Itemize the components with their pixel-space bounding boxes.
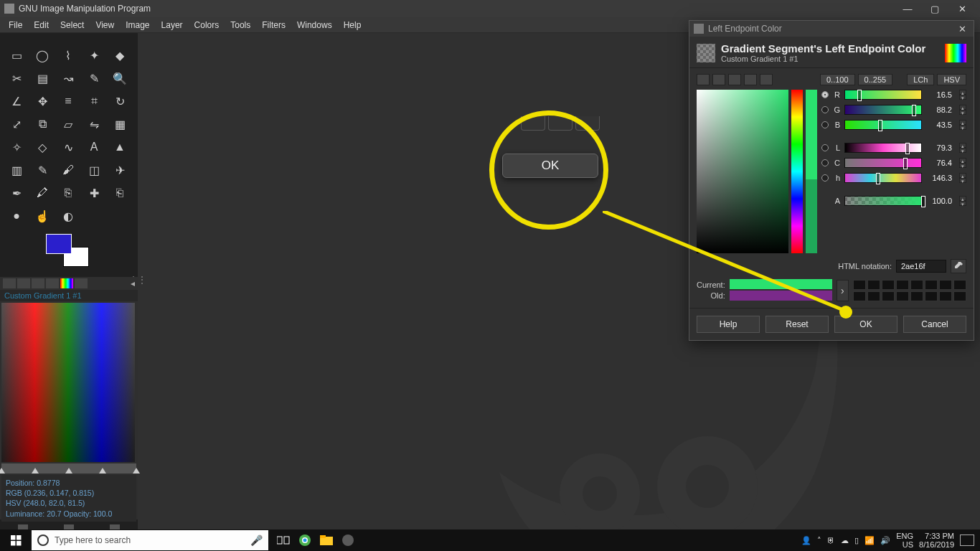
menu-layer[interactable]: Layer [156,20,189,30]
task-view-button[interactable] [273,529,294,551]
palette-cell[interactable] [867,280,880,290]
channel-C-slider[interactable] [844,158,922,168]
tool-foreground-select[interactable]: ▤ [30,67,55,89]
taskbar-app-gimp[interactable] [337,529,359,551]
palette-expand-button[interactable]: › [837,280,849,301]
palette-cell[interactable] [939,291,952,301]
tool-fuzzy-select[interactable]: ✦ [82,44,106,66]
tool-airbrush[interactable]: ✈ [108,159,132,181]
menu-edit[interactable]: Edit [28,20,55,30]
channel-h-spinner[interactable]: ▴▾ [959,173,966,183]
menu-select[interactable]: Select [55,20,90,30]
menu-file[interactable]: File [3,20,28,30]
menu-tools[interactable]: Tools [225,20,256,30]
dock-tab-icon[interactable] [17,278,30,288]
tool-color-select[interactable]: ◆ [108,44,132,66]
tool-paintbrush[interactable]: 🖌 [56,159,80,181]
tool-measure[interactable]: ∠ [4,90,29,112]
dock-tab-icon[interactable] [32,278,44,288]
model-lch-button[interactable]: LCh [907,74,934,85]
tray-language[interactable]: ENGUS [896,532,913,549]
channel-R-radio[interactable] [821,91,829,98]
current-color-bar[interactable] [730,279,832,289]
tool-unified-transform[interactable]: ✧ [4,136,29,158]
tool-gradient[interactable]: ▥ [4,159,29,181]
menu-windows[interactable]: Windows [291,20,338,30]
start-button[interactable] [0,529,32,551]
tool-blur[interactable]: ● [4,205,29,227]
picker-tab-icon[interactable] [744,74,757,85]
tray-volume-icon[interactable]: 🔊 [880,536,890,545]
fg-bg-swatches[interactable] [46,234,89,267]
dock-tab-icon[interactable] [75,278,88,288]
tray-people-icon[interactable]: 👤 [801,536,811,545]
taskbar-app-chrome[interactable] [294,529,316,551]
tool-ink[interactable]: ✒ [4,182,29,204]
palette-cell[interactable] [867,291,880,301]
palette-cell[interactable] [896,291,909,301]
palette-cell[interactable] [882,291,895,301]
tray-cloud-icon[interactable]: ☁ [841,536,849,545]
palette-cell[interactable] [925,280,938,290]
channel-B-slider[interactable] [844,120,922,130]
tool-eraser[interactable]: ◫ [82,159,106,181]
tool-scissors[interactable]: ✂ [4,67,29,89]
channel-R-spinner[interactable]: ▴▾ [959,90,966,100]
menu-help[interactable]: Help [338,20,367,30]
palette-cell[interactable] [882,280,895,290]
palette-cell[interactable] [925,291,938,301]
dock-tab-gradients-icon[interactable] [60,278,73,288]
channel-R-slider[interactable] [844,90,922,100]
tool-scale[interactable]: ⤢ [4,113,29,135]
hue-strip[interactable] [791,90,803,253]
range-0-255-button[interactable]: 0..255 [858,74,893,85]
tool-magnify[interactable]: 🔍 [108,67,132,89]
channel-L-spinner[interactable]: ▴▾ [959,143,966,153]
tool-handle-transform[interactable]: ◇ [30,136,55,158]
palette-cell[interactable] [910,291,923,301]
gradient-preview[interactable] [1,303,135,462]
tool-smudge[interactable]: ☝ [30,205,55,227]
picker-tab-icon[interactable] [728,74,741,85]
tray-up-icon[interactable]: ˄ [817,536,821,545]
dialog-close-button[interactable]: ✕ [956,24,969,34]
minimize-button[interactable]: — [894,0,921,17]
menu-colors[interactable]: Colors [189,20,225,30]
tool-cage[interactable]: ▦ [108,113,132,135]
channel-h-radio[interactable] [821,174,829,182]
menu-view[interactable]: View [90,20,120,30]
channel-C-spinner[interactable]: ▴▾ [959,158,966,168]
tool-perspective[interactable]: ▱ [56,113,80,135]
channel-A-slider[interactable] [844,196,922,206]
tool-warp[interactable]: ∿ [56,136,80,158]
tool-mypaint[interactable]: 🖍 [30,182,55,204]
tool-paths[interactable]: ↝ [56,67,80,89]
tool-shear[interactable]: ⧉ [30,113,55,135]
taskbar-search[interactable]: Type here to search 🎤 [32,530,268,550]
tool-bucket-fill[interactable]: ▲ [108,136,132,158]
palette-cell[interactable] [896,280,909,290]
channel-G-slider[interactable] [844,105,922,115]
picker-tab-icon[interactable] [760,74,773,85]
channel-B-radio[interactable] [821,121,829,128]
palette-cell[interactable] [853,291,866,301]
palette-cell[interactable] [939,280,952,290]
channel-A-spinner[interactable]: ▴▾ [959,196,966,206]
tool-move[interactable]: ✥ [30,90,55,112]
eyedropper-button[interactable] [951,259,966,273]
tool-ellipse-select[interactable]: ◯ [30,44,55,66]
tool-text[interactable]: A [82,136,106,158]
tray-notifications-icon[interactable] [960,534,974,546]
tool-rotate[interactable]: ↻ [108,90,132,112]
gradient-stop-track[interactable] [1,463,136,474]
dock-menu-arrow-icon[interactable]: ◂ [131,278,135,288]
saturation-value-area[interactable] [697,90,788,253]
channel-B-spinner[interactable]: ▴▾ [959,120,966,130]
tool-clone[interactable]: ⎘ [56,182,80,204]
ok-button[interactable]: OK [834,316,897,333]
tray-clock[interactable]: 7:33 PM8/16/2019 [919,532,954,549]
dock-tab-icon[interactable] [3,278,16,288]
channel-C-radio[interactable] [821,159,829,166]
palette-cell[interactable] [953,280,966,290]
palette-cell[interactable] [953,291,966,301]
